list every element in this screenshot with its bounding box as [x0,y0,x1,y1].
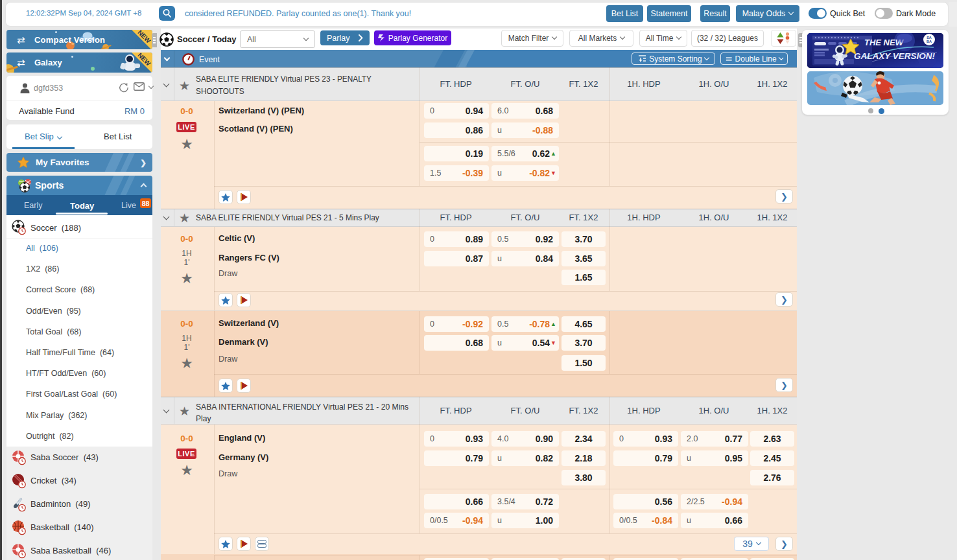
svg-text:BA: BA [927,40,932,43]
svg-text:GALAXY VERSION!: GALAXY VERSION! [854,51,936,61]
